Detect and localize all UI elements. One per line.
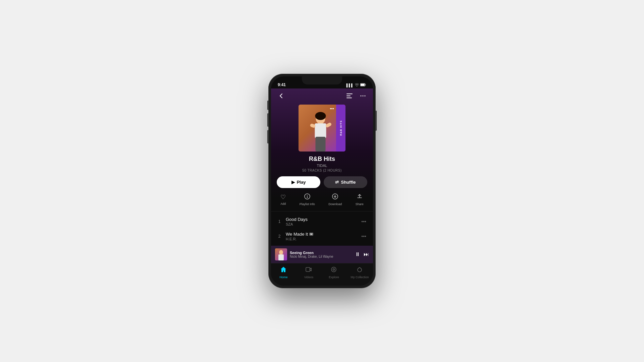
svg-rect-2	[365, 84, 366, 85]
now-playing-artist: Nicki Minaj, Drake, Lil Wayne	[290, 255, 352, 258]
playlist-meta: 50 TRACKS (2 HOURS)	[276, 169, 368, 172]
phone-screen: 9:41 ▌▌▌	[271, 76, 373, 286]
album-art-section: R&B HITS •••	[271, 103, 373, 156]
svg-point-8	[365, 96, 366, 97]
now-playing-info: Seeing Green Nicki Minaj, Drake, Lil Way…	[290, 251, 352, 258]
videos-label: Videos	[304, 276, 313, 279]
shuffle-label: Shuffle	[341, 180, 356, 185]
collection-icon	[356, 266, 363, 275]
track-item-2[interactable]: 2 We Made It M H.E.R. •••	[271, 229, 373, 244]
svg-point-7	[363, 96, 364, 97]
track-name-2: We Made It M	[286, 232, 360, 237]
top-nav-icons	[345, 91, 368, 101]
svg-rect-1	[361, 84, 365, 86]
track-list: 1 Good Days SZA ••• 2 We Made It M H.E.	[271, 212, 373, 246]
videos-icon	[305, 266, 312, 275]
album-more-button[interactable]: •••	[330, 107, 334, 111]
download-button[interactable]: Download	[328, 193, 342, 206]
track-artist-2: H.E.R.	[286, 237, 360, 241]
screen-content: R&B HITS ••• R&B Hits TIDAL 50 TRACKS (2…	[271, 88, 373, 246]
album-label-text: R&B HITS	[339, 120, 342, 136]
playlist-title: R&B Hits	[276, 156, 368, 163]
now-playing-controls: ⏸ ⏭	[355, 251, 369, 257]
action-icon-row: ♡ Add Playlist Info	[271, 193, 373, 212]
track-number-1: 1	[276, 219, 282, 224]
menu-icon[interactable]	[345, 91, 354, 101]
info-icon	[304, 193, 310, 201]
nav-home[interactable]: Home	[275, 266, 292, 279]
svg-rect-11	[315, 123, 326, 138]
volume-down-button	[267, 130, 268, 143]
nav-collection[interactable]: My Collection	[351, 266, 369, 279]
svg-rect-4	[346, 96, 351, 96]
signal-icon: ▌▌▌	[346, 83, 354, 87]
svg-rect-14	[316, 137, 326, 152]
status-time: 9:41	[278, 82, 286, 87]
heart-icon: ♡	[280, 193, 286, 201]
playlist-info-button[interactable]: Playlist Info	[300, 193, 315, 206]
wifi-icon	[355, 83, 359, 87]
track-info-1: Good Days SZA	[286, 217, 360, 226]
svg-rect-17	[307, 196, 308, 198]
now-playing-art	[275, 248, 287, 260]
track-more-1[interactable]: •••	[360, 218, 368, 226]
mute-button	[267, 101, 268, 110]
now-playing-title: Seeing Green	[290, 251, 352, 255]
album-art-wrapper: R&B HITS •••	[299, 105, 345, 152]
collection-label: My Collection	[351, 276, 369, 279]
bottom-navigation: Home Videos Explore	[271, 263, 373, 286]
download-label: Download	[328, 202, 342, 206]
status-icons: ▌▌▌	[346, 83, 366, 87]
playlist-info: R&B Hits TIDAL 50 TRACKS (2 HOURS)	[271, 156, 373, 176]
top-navigation	[271, 88, 373, 103]
play-icon: ▶	[291, 180, 295, 185]
play-button[interactable]: ▶ Play	[277, 176, 320, 188]
add-label: Add	[280, 202, 286, 205]
track-number-2: 2	[276, 234, 282, 239]
album-label: R&B HITS	[336, 105, 345, 152]
svg-point-10	[315, 112, 326, 120]
phone-frame: 9:41 ▌▌▌	[268, 74, 376, 288]
share-icon	[357, 193, 363, 201]
svg-point-23	[331, 267, 336, 272]
svg-point-24	[333, 269, 335, 270]
download-icon	[332, 193, 338, 201]
explicit-badge: M	[309, 233, 313, 236]
skip-next-button[interactable]: ⏭	[364, 251, 369, 257]
track-more-2[interactable]: •••	[360, 232, 368, 240]
svg-point-16	[307, 195, 308, 196]
explore-label: Explore	[329, 276, 339, 279]
battery-icon	[360, 83, 366, 87]
add-button[interactable]: ♡ Add	[280, 193, 286, 206]
svg-rect-22	[306, 267, 310, 272]
svg-point-6	[361, 96, 362, 97]
share-button[interactable]: Share	[356, 193, 364, 206]
home-icon	[280, 266, 287, 275]
album-art: R&B HITS •••	[299, 105, 345, 152]
now-playing-bar[interactable]: Seeing Green Nicki Minaj, Drake, Lil Way…	[271, 246, 373, 263]
shuffle-icon: ⇄	[335, 180, 339, 185]
home-label: Home	[279, 276, 287, 279]
nav-videos[interactable]: Videos	[300, 266, 317, 279]
track-name-1: Good Days	[286, 217, 360, 222]
track-info-2: We Made It M H.E.R.	[286, 232, 360, 241]
share-label: Share	[356, 202, 364, 206]
track-artist-1: SZA	[286, 222, 360, 226]
svg-point-20	[279, 250, 283, 255]
play-label: Play	[297, 180, 306, 185]
shuffle-button[interactable]: ⇄ Shuffle	[324, 176, 367, 188]
svg-rect-3	[346, 94, 353, 94]
playlist-info-label: Playlist Info	[300, 202, 315, 206]
svg-rect-21	[278, 254, 284, 260]
more-options-icon[interactable]	[358, 91, 368, 101]
pause-button[interactable]: ⏸	[355, 251, 360, 257]
nav-explore[interactable]: Explore	[325, 266, 342, 279]
volume-up-button	[267, 113, 268, 127]
power-button	[376, 111, 377, 131]
notch	[302, 76, 342, 84]
svg-rect-5	[346, 98, 352, 98]
action-buttons: ▶ Play ⇄ Shuffle	[271, 176, 373, 193]
track-item[interactable]: 1 Good Days SZA •••	[271, 214, 373, 229]
explore-icon	[330, 266, 337, 275]
back-button[interactable]	[276, 91, 286, 101]
